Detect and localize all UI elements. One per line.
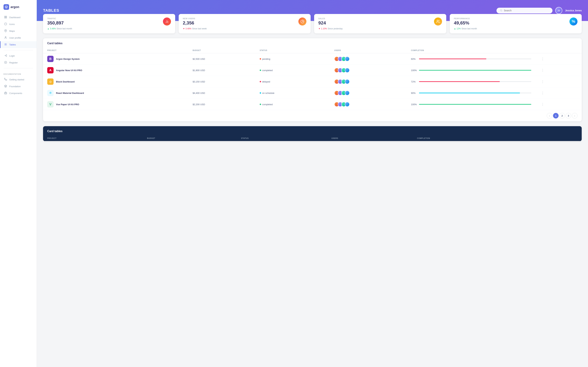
register-icon — [4, 61, 7, 64]
dark-table-title: Card tables — [47, 130, 62, 133]
row-action-button[interactable]: ⋮ — [540, 68, 546, 73]
sidebar-item-label: Maps — [9, 30, 15, 32]
page-title: TABLES — [43, 8, 59, 13]
action-cell: ⋮ — [536, 53, 582, 65]
project-name: Black Dashboard — [56, 80, 75, 83]
dark-col-completion: COMPLETION — [413, 136, 534, 141]
action-cell: ⋮ — [536, 87, 582, 99]
progress-track — [419, 93, 531, 93]
project-name: Angular Now UI Kit PRO — [56, 69, 82, 72]
search-input[interactable] — [504, 9, 549, 12]
search-icon — [500, 9, 502, 12]
users-column — [330, 99, 407, 110]
col-project: PROJECT — [43, 48, 189, 53]
sidebar: argon Dashboard Icons Maps User profile — [0, 0, 37, 367]
page-button-1[interactable]: 1 — [553, 113, 559, 118]
project-name: React Material Dashboard — [56, 92, 84, 94]
foundation-icon — [4, 85, 7, 88]
pagination: ‹ 1 2 3 › — [43, 110, 582, 121]
sidebar-item-register[interactable]: Register — [0, 59, 37, 66]
avatar: JJ — [555, 7, 562, 14]
data-table: PROJECT BUDGET STATUS USERS COMPLETION B… — [43, 48, 582, 110]
page-button-3[interactable]: 3 — [566, 113, 571, 118]
users-column — [330, 65, 407, 76]
doc-divider — [3, 68, 33, 68]
action-cell: ⋮ — [536, 99, 582, 110]
row-action-button[interactable]: ⋮ — [540, 56, 546, 61]
user-bubble — [345, 68, 350, 73]
project-logo: B — [47, 56, 53, 62]
project-logo: ⚛ — [47, 90, 53, 96]
stat-change: ▼ 1.10% Since yesterday — [318, 27, 442, 30]
status-cell: completed — [256, 99, 330, 110]
doc-section-title: DOCUMENTATION — [0, 70, 37, 76]
tables-icon — [4, 43, 7, 46]
next-page-button[interactable]: › — [572, 113, 578, 118]
status-dot — [260, 92, 261, 94]
header-right: JJ Jessica Jones — [496, 7, 582, 14]
status-cell: delayed — [256, 76, 330, 87]
row-action-button[interactable]: ⋮ — [540, 102, 546, 107]
sidebar-item-label: Getting started — [9, 78, 24, 81]
stat-value: 350,897 — [47, 20, 64, 26]
sidebar-item-label: Register — [9, 61, 18, 64]
sidebar-item-label: Dashboard — [9, 16, 20, 19]
completion-pct: 60% — [411, 58, 417, 60]
svg-rect-1 — [6, 16, 7, 17]
status-dot — [260, 104, 261, 105]
users-column — [330, 87, 407, 99]
project-cell: ◇ Black Dashboard — [43, 76, 189, 87]
status-text: on schedule — [262, 92, 274, 94]
sidebar-item-label: Icons — [9, 23, 15, 25]
sidebar-item-dashboard[interactable]: Dashboard — [0, 14, 37, 21]
users-column — [330, 76, 407, 87]
project-cell: ⚛ React Material Dashboard — [43, 87, 189, 99]
stat-change: ▲ 12% Since last month — [454, 27, 578, 30]
col-status: STATUS — [256, 48, 330, 53]
project-cell: V Vue Paper UI Kit PRO — [43, 99, 189, 110]
stat-label: NEW USERS — [183, 17, 195, 20]
col-budget: BUDGET — [189, 48, 256, 53]
users-cell — [334, 79, 403, 84]
budget-cell: $4,400 USD — [189, 87, 256, 99]
progress-track — [419, 81, 531, 82]
row-action-button[interactable]: ⋮ — [540, 90, 546, 96]
completion-pct: 100% — [411, 69, 417, 72]
dark-table-card-header: Card tables — [43, 126, 582, 136]
col-actions — [536, 48, 582, 53]
sidebar-item-foundation[interactable]: Foundation — [0, 83, 37, 90]
sidebar-item-icons[interactable]: Icons — [0, 21, 37, 28]
budget-cell: $2,500 USD — [189, 53, 256, 65]
sidebar-item-maps[interactable]: Maps — [0, 28, 37, 34]
progress-fill — [419, 104, 531, 105]
sidebar-item-getting-started[interactable]: Getting started — [0, 76, 37, 83]
completion-pct: 72% — [411, 80, 417, 83]
dark-col-budget: BUDGET — [143, 136, 237, 141]
stat-label: TRAFFIC — [47, 17, 64, 20]
maps-icon — [4, 29, 7, 33]
sidebar-item-tables[interactable]: Tables — [0, 41, 37, 48]
stat-label: SALES — [318, 17, 326, 20]
page-button-2[interactable]: 2 — [559, 113, 565, 118]
status-text: completed — [262, 103, 273, 106]
card-table-dark: Card tables PROJECT BUDGET STATUS USERS … — [43, 126, 582, 141]
progress-fill — [419, 70, 531, 71]
project-cell: A Angular Now UI Kit PRO — [43, 65, 189, 76]
progress-track — [419, 104, 531, 105]
project-name: Argon Design System — [56, 58, 80, 60]
search-box[interactable] — [496, 8, 553, 13]
project-logo: ◇ — [47, 78, 53, 85]
action-cell: ⋮ — [536, 76, 582, 87]
col-users: USERS — [330, 48, 407, 53]
sidebar-item-login[interactable]: Login — [0, 52, 37, 59]
dashboard-icon — [4, 16, 7, 19]
progress-fill — [419, 93, 520, 93]
sidebar-item-components[interactable]: Components — [0, 90, 37, 97]
prev-page-button[interactable]: ‹ — [547, 113, 552, 118]
components-icon — [4, 92, 7, 95]
status-text: completed — [262, 69, 273, 72]
progress-fill — [419, 58, 486, 59]
dark-col-status: STATUS — [237, 136, 327, 141]
row-action-button[interactable]: ⋮ — [540, 79, 546, 84]
sidebar-item-user-profile[interactable]: User profile — [0, 34, 37, 41]
